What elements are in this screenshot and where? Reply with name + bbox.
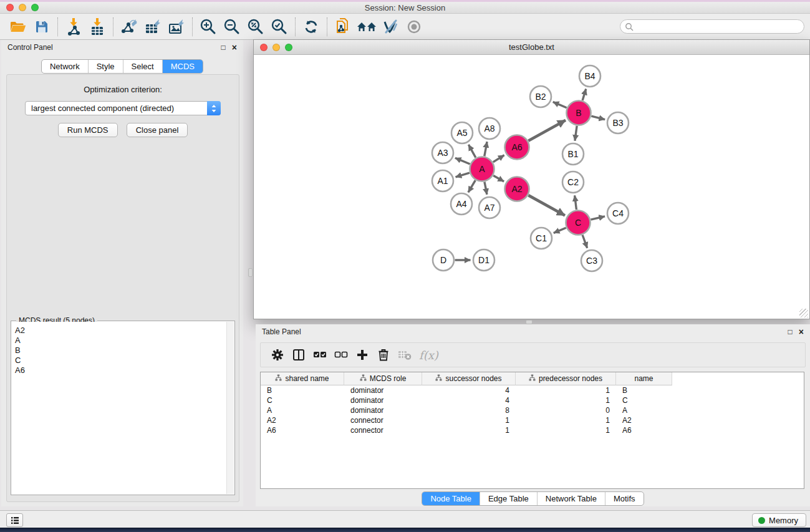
mcds-result-item[interactable]: A6 <box>12 365 226 375</box>
mcds-result-item[interactable]: A2 <box>12 326 226 336</box>
graph-node-C3[interactable]: C3 <box>581 250 602 271</box>
table-cell[interactable]: 1 <box>422 416 516 425</box>
open-session-button[interactable] <box>6 16 30 37</box>
table-row[interactable]: Bdominator41B <box>261 385 804 395</box>
select-all-rows-button[interactable] <box>309 346 330 364</box>
zoom-selected-button[interactable] <box>268 16 291 37</box>
table-cell[interactable]: A <box>616 406 672 415</box>
float-table-panel-icon[interactable]: □ <box>788 328 793 336</box>
graph-node-B1[interactable]: B1 <box>562 143 584 165</box>
graph-node-B2[interactable]: B2 <box>530 86 551 107</box>
graph-edge-A-A5[interactable] <box>468 145 475 158</box>
table-cell[interactable]: dominator <box>344 396 422 405</box>
table-row[interactable]: A2connector11A2 <box>261 415 804 425</box>
tab-select[interactable]: Select <box>123 60 162 73</box>
tab-mcds[interactable]: MCDS <box>162 60 203 73</box>
tab-style[interactable]: Style <box>88 60 123 73</box>
column-header-name[interactable]: name <box>616 372 672 385</box>
delete-table-button[interactable] <box>394 346 415 364</box>
table-options-button[interactable] <box>267 346 288 364</box>
table-cell[interactable]: 4 <box>422 386 516 395</box>
graph-edge-A6-B[interactable] <box>528 120 566 141</box>
table-cell[interactable]: A <box>261 406 344 415</box>
delete-columns-button[interactable] <box>373 346 394 364</box>
table-cell[interactable]: A2 <box>261 416 344 425</box>
graph-edge-C-C3[interactable] <box>582 235 587 248</box>
float-panel-icon[interactable]: □ <box>221 44 226 51</box>
graph-edge-C-C1[interactable] <box>554 228 566 233</box>
table-cell[interactable]: 1 <box>516 386 616 395</box>
window-resize-grip[interactable] <box>799 309 808 317</box>
graph-node-A3[interactable]: A3 <box>432 142 453 163</box>
column-header-predecessor-nodes[interactable]: predecessor nodes <box>516 372 616 385</box>
network-canvas[interactable]: B4B2BB3A5A8A6A3B1AA1C2A2A4A7C4CC1C3DD1 <box>254 55 809 319</box>
network-window-titlebar[interactable]: testGlobe.txt <box>254 40 809 55</box>
graph-edge-A-A8[interactable] <box>485 142 487 156</box>
show-panel-button[interactable] <box>6 513 23 527</box>
graph-node-B3[interactable]: B3 <box>607 112 629 133</box>
graph-node-C[interactable]: C <box>566 211 591 235</box>
vertical-split-grip[interactable] <box>248 268 253 277</box>
table-cell[interactable]: C <box>616 396 672 405</box>
table-row[interactable]: Adominator80A <box>261 405 804 415</box>
graph-edge-B-B3[interactable] <box>591 116 605 120</box>
home-neighbors-button[interactable] <box>355 16 378 37</box>
export-table-button[interactable] <box>141 16 165 37</box>
graph-edge-B-B2[interactable] <box>553 102 567 107</box>
save-session-button[interactable] <box>30 16 54 37</box>
graph-node-C2[interactable]: C2 <box>562 172 584 193</box>
mcds-result-list[interactable]: A2ABCA6 <box>12 322 226 494</box>
table-cell[interactable]: B <box>261 386 344 395</box>
refresh-view-button[interactable] <box>299 16 323 37</box>
tab-network-table[interactable]: Network Table <box>537 492 605 505</box>
table-cell[interactable]: 0 <box>516 406 616 415</box>
table-cell[interactable]: B <box>616 386 672 395</box>
graph-edge-C-C4[interactable] <box>591 216 605 220</box>
graph-node-C4[interactable]: C4 <box>607 203 629 224</box>
column-header-mcds-role[interactable]: MCDS role <box>344 372 422 385</box>
graph-edge-A2-C[interactable] <box>528 195 565 215</box>
zoom-fit-button[interactable] <box>244 16 268 37</box>
table-cell[interactable]: 1 <box>422 426 516 435</box>
graph-edge-B-B4[interactable] <box>582 89 586 100</box>
show-hide-annotations-button[interactable] <box>402 16 426 37</box>
hide-graphics-details-button[interactable] <box>378 16 402 37</box>
table-cell[interactable]: connector <box>344 426 422 435</box>
table-cell[interactable]: A2 <box>616 416 672 425</box>
table-cell[interactable]: A6 <box>261 426 344 435</box>
graph-edge-A-A3[interactable] <box>455 158 470 164</box>
table-cell[interactable]: C <box>261 396 344 405</box>
result-list-scrollbar[interactable] <box>226 322 234 494</box>
table-row[interactable]: Cdominator41C <box>261 395 804 405</box>
graph-node-A[interactable]: A <box>470 157 494 181</box>
memory-button[interactable]: Memory <box>752 513 806 527</box>
import-network-button[interactable] <box>62 16 85 37</box>
table-cell[interactable]: 1 <box>516 396 616 405</box>
search-input[interactable] <box>634 20 804 33</box>
zoom-in-button[interactable] <box>196 16 220 37</box>
horizontal-split-grip[interactable] <box>526 320 533 324</box>
add-column-button[interactable] <box>352 346 373 364</box>
graph-node-D1[interactable]: D1 <box>473 249 494 271</box>
table-cell[interactable]: dominator <box>344 386 422 395</box>
graph-node-A7[interactable]: A7 <box>479 197 500 218</box>
column-visibility-button[interactable] <box>288 346 309 364</box>
export-network-button[interactable] <box>117 16 141 37</box>
graph-node-B4[interactable]: B4 <box>579 65 600 87</box>
close-panel-button[interactable]: Close panel <box>127 123 188 137</box>
close-panel-icon[interactable]: × <box>232 43 237 52</box>
table-cell[interactable]: 4 <box>422 396 516 405</box>
graph-node-C1[interactable]: C1 <box>531 228 552 249</box>
close-table-panel-icon[interactable]: × <box>799 327 804 336</box>
column-header-shared-name[interactable]: shared name <box>261 372 344 385</box>
deselect-all-rows-button[interactable] <box>330 346 352 364</box>
table-cell[interactable]: A6 <box>616 426 672 435</box>
window-titlebar[interactable]: Session: New Session <box>0 2 810 14</box>
tab-network[interactable]: Network <box>42 60 88 73</box>
clone-network-button[interactable] <box>331 16 355 37</box>
graph-node-A4[interactable]: A4 <box>451 193 472 215</box>
tab-edge-table[interactable]: Edge Table <box>480 492 537 505</box>
tab-node-table[interactable]: Node Table <box>422 492 480 505</box>
graph-node-A8[interactable]: A8 <box>479 118 500 139</box>
table-cell[interactable]: 1 <box>516 416 616 425</box>
